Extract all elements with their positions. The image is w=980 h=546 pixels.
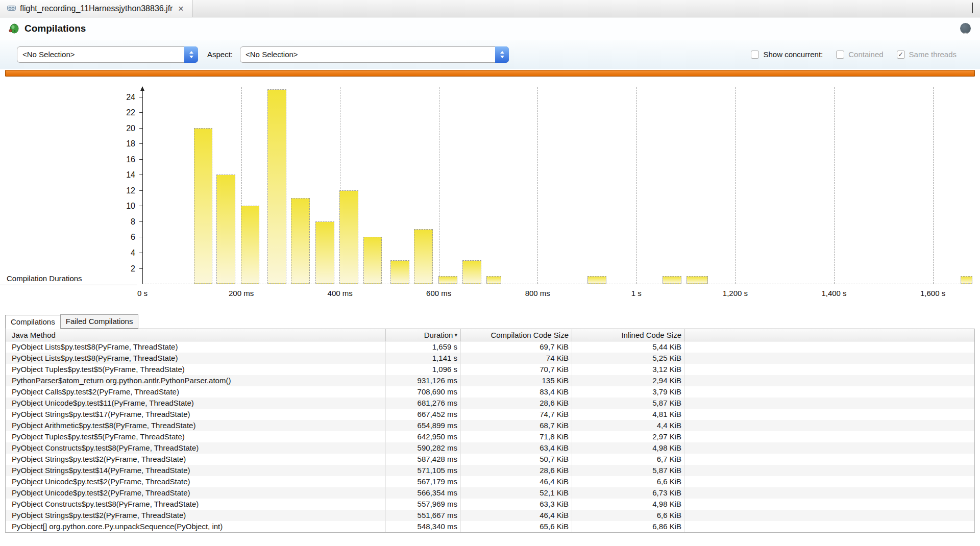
table-row[interactable]: PyObject Strings$py.test$2(PyFrame, Thre… [6, 454, 974, 465]
table-row[interactable]: PyObject[] org.python.core.Py.unpackSequ… [6, 521, 974, 532]
table-row[interactable]: PyObject Lists$py.test$8(PyFrame, Thread… [6, 341, 974, 353]
y-axis-tick-label: 24 [126, 93, 135, 102]
table-row[interactable]: PythonParser$atom_return org.python.antl… [6, 375, 974, 386]
table-row[interactable]: PyObject Arithmetic$py.test$8(PyFrame, T… [6, 420, 974, 431]
chart-title: Compilation Durations [7, 274, 82, 283]
contained-checkbox[interactable] [836, 51, 844, 59]
cell-inlined-code-size: 6,6 KiB [572, 510, 685, 521]
chart-bar[interactable] [315, 221, 334, 284]
editor-tab-bar: flight_recording_11Harnessjython38836.jf… [0, 0, 980, 17]
chart-gridline [439, 87, 439, 284]
selection-dropdown[interactable]: <No Selection> [17, 46, 198, 63]
x-axis-tick-label: 400 ms [328, 289, 353, 297]
cell-compilation-code-size: 50,7 KiB [461, 454, 572, 465]
chart-bar[interactable] [241, 206, 260, 284]
cell-duration: 681,276 ms [386, 398, 461, 409]
y-axis-tick-label: 2 [131, 264, 135, 274]
cell-duration: 1,141 s [386, 353, 461, 364]
cell-duration: 548,340 ms [386, 521, 461, 532]
chart-bar[interactable] [462, 260, 481, 284]
table-row[interactable]: PyObject Unicode$py.test$2(PyFrame, Thre… [6, 487, 974, 499]
cell-duration: 1,096 s [386, 364, 461, 375]
tab-compilations[interactable]: Compilations [5, 315, 61, 329]
cell-inlined-code-size: 6,7 KiB [572, 454, 685, 465]
cell-compilation-code-size: 70,7 KiB [461, 364, 572, 375]
table-row[interactable]: PyObject Constructs$py.test$8(PyFrame, T… [6, 499, 974, 510]
table-row[interactable]: PyObject Calls$py.test$2(PyFrame, Thread… [6, 386, 974, 398]
chart-bar[interactable] [390, 260, 409, 284]
chart-bar[interactable] [587, 276, 606, 284]
chart-bar[interactable] [339, 190, 358, 284]
y-axis-tick-label: 18 [126, 139, 135, 148]
cell-compilation-code-size: 63,4 KiB [461, 442, 572, 454]
selection-dropdown-value: <No Selection> [17, 50, 184, 59]
chart-bar[interactable] [363, 237, 382, 284]
compilations-table: Java Method Duration ▾ Compilation Code … [5, 329, 975, 533]
table-row[interactable]: PyObject Constructs$py.test$8(PyFrame, T… [6, 442, 974, 454]
cell-inlined-code-size: 4,81 KiB [572, 409, 685, 420]
maximize-button[interactable] [972, 4, 973, 13]
dropdown-stepper-icon [184, 46, 198, 63]
table-row[interactable]: PyObject Strings$py.test$14(PyFrame, Thr… [6, 465, 974, 476]
chart-bar[interactable] [414, 229, 433, 284]
chart-bar[interactable] [663, 276, 681, 284]
x-axis-tick-label: 0 s [137, 289, 148, 297]
same-threads-label: Same threads [909, 50, 957, 59]
cell-java-method: PyObject Unicode$py.test$2(PyFrame, Thre… [6, 487, 386, 499]
cell-java-method: PyObject Lists$py.test$8(PyFrame, Thread… [6, 353, 386, 364]
chart-bar[interactable] [291, 198, 310, 284]
chart-bar[interactable] [216, 175, 235, 284]
cell-compilation-code-size: 74,7 KiB [461, 409, 572, 420]
tab-failed-compilations[interactable]: Failed Compilations [60, 314, 139, 329]
cell-inlined-code-size: 5,87 KiB [572, 398, 685, 409]
y-axis-tick-label: 4 [131, 249, 135, 258]
collapse-section-button[interactable] [960, 23, 971, 34]
chart-y-axis-gutter: Compilation Durations 246810121416182022… [0, 87, 142, 284]
cell-java-method: PyObject Tuples$py.test$5(PyFrame, Threa… [6, 364, 386, 375]
cell-inlined-code-size: 3,79 KiB [572, 386, 685, 398]
y-axis-tick-label: 8 [131, 217, 135, 227]
table-row[interactable]: PyObject Lists$py.test$8(PyFrame, Thread… [6, 353, 974, 364]
timeline-range-slider[interactable] [5, 70, 975, 77]
cell-java-method: PyObject[] org.python.core.Py.unpackSequ… [6, 521, 386, 532]
chart-bar[interactable] [687, 276, 708, 284]
chart-bar[interactable] [486, 276, 501, 284]
column-header-java-method[interactable]: Java Method [6, 329, 386, 341]
table-row[interactable]: PyObject Tuples$py.test$5(PyFrame, Threa… [6, 364, 974, 375]
column-header-duration[interactable]: Duration ▾ [386, 329, 461, 341]
table-row[interactable]: PyObject Unicode$py.test$11(PyFrame, Thr… [6, 398, 974, 409]
cell-compilation-code-size: 28,6 KiB [461, 398, 572, 409]
show-concurrent-checkbox[interactable] [751, 51, 759, 59]
same-threads-checkbox[interactable]: ✓ [897, 51, 905, 59]
chart-title-box: Compilation Durations [0, 274, 137, 285]
close-tab-icon[interactable]: ✕ [177, 5, 185, 13]
controls-toolbar: <No Selection> Aspect: <No Selection> Sh… [0, 40, 980, 69]
editor-tab-flight-recording[interactable]: flight_recording_11Harnessjython38836.jf… [0, 0, 192, 17]
aspect-dropdown[interactable]: <No Selection> [240, 46, 509, 63]
chart-bar[interactable] [194, 128, 213, 284]
cell-java-method: PyObject Strings$py.test$2(PyFrame, Thre… [6, 510, 386, 521]
column-header-inlined-code-size[interactable]: Inlined Code Size [572, 329, 685, 341]
column-header-compilation-code-size[interactable]: Compilation Code Size [461, 329, 572, 341]
compilation-durations-chart: Compilation Durations 246810121416182022… [0, 77, 980, 297]
x-axis-tick-label: 1,400 s [821, 289, 846, 297]
chart-x-axis-labels: 0 s200 ms400 ms600 ms800 ms1 s1,200 s1,4… [142, 287, 972, 299]
chart-gridline [834, 87, 835, 284]
table-row[interactable]: PyObject Strings$py.test$2(PyFrame, Thre… [6, 510, 974, 521]
table-row[interactable]: PyObject Unicode$py.test$2(PyFrame, Thre… [6, 476, 974, 487]
table-row[interactable]: PyObject Strings$py.test$17(PyFrame, Thr… [6, 409, 974, 420]
cell-java-method: PyObject Unicode$py.test$2(PyFrame, Thre… [6, 476, 386, 487]
x-axis-tick-label: 600 ms [426, 289, 451, 297]
table-row[interactable]: PyObject Tuples$py.test$5(PyFrame, Threa… [6, 431, 974, 442]
cell-java-method: PyObject Constructs$py.test$8(PyFrame, T… [6, 442, 386, 454]
chart-bar[interactable] [961, 276, 972, 284]
y-axis-tick-label: 20 [126, 124, 135, 133]
cell-duration: 567,179 ms [386, 476, 461, 487]
cell-inlined-code-size: 6,73 KiB [572, 487, 685, 499]
chart-bar[interactable] [267, 89, 286, 284]
cell-compilation-code-size: 71,8 KiB [461, 431, 572, 442]
cell-duration: 587,428 ms [386, 454, 461, 465]
y-axis-arrow-icon [140, 86, 144, 91]
cell-inlined-code-size: 6,6 KiB [572, 476, 685, 487]
chart-bar[interactable] [438, 276, 457, 284]
